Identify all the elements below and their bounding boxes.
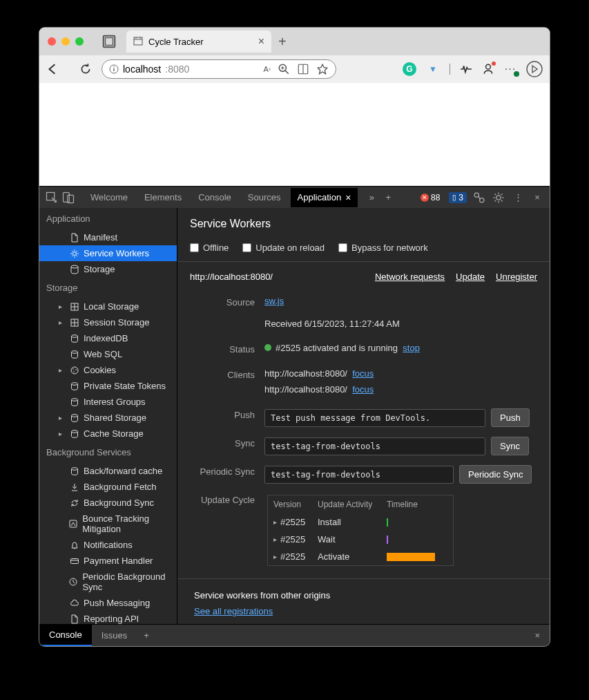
expand-arrow-icon: ▸ bbox=[59, 303, 66, 310]
address-bar[interactable]: localhost:8080 A› bbox=[102, 59, 336, 79]
svg-point-24 bbox=[73, 252, 77, 255]
tab-console[interactable]: Console bbox=[191, 188, 238, 207]
tab-sources[interactable]: Sources bbox=[241, 188, 288, 207]
push-button[interactable]: Push bbox=[491, 408, 530, 427]
profile-icon[interactable] bbox=[482, 63, 494, 75]
sidebar-item-notifications[interactable]: Notifications bbox=[39, 537, 177, 553]
unregister-link[interactable]: Unregister bbox=[496, 272, 537, 282]
expand-arrow-icon[interactable]: ▸ bbox=[273, 536, 280, 543]
sidebar-item-label: Shared Storage bbox=[84, 413, 146, 423]
focus-link[interactable]: focus bbox=[352, 368, 374, 379]
see-all-registrations-link[interactable]: See all registrations bbox=[194, 606, 273, 616]
sidebar-item-back-forward-cache[interactable]: Back/forward cache bbox=[39, 463, 177, 479]
favorites-icon[interactable] bbox=[316, 63, 329, 75]
close-devtools-icon[interactable]: × bbox=[530, 191, 544, 205]
maximize-window-button[interactable] bbox=[75, 37, 84, 46]
sidebar-item-periodic-background-sync[interactable]: Periodic Background Sync bbox=[39, 569, 177, 595]
settings-link-icon[interactable] bbox=[472, 191, 486, 205]
sidebar-item-cache-storage[interactable]: ▸Cache Storage bbox=[39, 426, 177, 442]
back-button[interactable] bbox=[46, 63, 59, 75]
expand-arrow-icon[interactable]: ▸ bbox=[273, 553, 280, 560]
extension-icon[interactable]: ▼ bbox=[426, 62, 440, 76]
expand-arrow-icon[interactable]: ▸ bbox=[273, 518, 280, 526]
more-tabs-icon[interactable]: » bbox=[365, 191, 378, 205]
kebab-icon[interactable]: ⋮ bbox=[511, 191, 525, 205]
focus-link[interactable]: focus bbox=[352, 384, 374, 395]
tab-welcome[interactable]: Welcome bbox=[84, 188, 135, 207]
text-size-icon[interactable]: A› bbox=[264, 63, 271, 75]
sidebar-item-bounce-tracking-mitigation[interactable]: Bounce Tracking Mitigation bbox=[39, 511, 177, 537]
add-tab-icon[interactable]: + bbox=[381, 191, 395, 205]
close-window-button[interactable] bbox=[48, 37, 56, 46]
sidebar-item-label: Payment Handler bbox=[84, 556, 153, 566]
extension-grammarly-icon[interactable]: G bbox=[403, 62, 416, 76]
reader-icon[interactable] bbox=[297, 63, 309, 75]
sidebar-item-interest-groups[interactable]: Interest Groups bbox=[39, 394, 177, 410]
tab-application-label: Application bbox=[298, 192, 342, 202]
zoom-icon[interactable] bbox=[278, 63, 290, 75]
error-badge[interactable]: ✕88 bbox=[417, 192, 443, 203]
message-badge[interactable]: ▯3 bbox=[449, 192, 467, 203]
tabs-overview-icon[interactable] bbox=[102, 34, 117, 49]
issues-tab[interactable]: Issues bbox=[92, 625, 137, 645]
sidebar-item-local-storage[interactable]: ▸Local Storage bbox=[39, 299, 177, 314]
update-link[interactable]: Update bbox=[456, 272, 485, 282]
sidebar-item-payment-handler[interactable]: Payment Handler bbox=[39, 553, 177, 569]
site-info-icon[interactable] bbox=[109, 64, 119, 74]
bypass-checkbox[interactable]: Bypass for network bbox=[338, 243, 428, 253]
periodic-sync-button[interactable]: Periodic Sync bbox=[459, 465, 532, 484]
svg-point-32 bbox=[72, 334, 78, 337]
network-requests-link[interactable]: Network requests bbox=[375, 272, 445, 282]
new-tab-button[interactable]: + bbox=[278, 34, 287, 50]
reload-button[interactable] bbox=[79, 63, 92, 75]
update-cycle-label: Update Cycle bbox=[190, 493, 264, 505]
periodic-sync-input[interactable] bbox=[264, 466, 454, 484]
sw-options: Offline Update on reload Bypass for netw… bbox=[177, 240, 550, 262]
sidebar-item-push-messaging[interactable]: Push Messaging bbox=[39, 595, 177, 611]
cycle-activity: Install bbox=[318, 517, 387, 527]
sidebar-item-reporting-api[interactable]: Reporting API bbox=[39, 611, 177, 624]
browser-tab[interactable]: Cycle Tracker × bbox=[126, 30, 271, 53]
sync-button[interactable]: Sync bbox=[491, 437, 529, 455]
tab-elements[interactable]: Elements bbox=[137, 188, 189, 207]
source-file-link[interactable]: sw.js bbox=[264, 296, 284, 306]
svg-point-23 bbox=[496, 195, 501, 199]
sidebar-item-storage[interactable]: Storage bbox=[39, 261, 177, 277]
gear-icon[interactable] bbox=[492, 191, 505, 205]
sidebar-item-service-workers[interactable]: Service Workers bbox=[39, 245, 177, 261]
tab-application[interactable]: Application× bbox=[291, 188, 358, 207]
minimize-window-button[interactable] bbox=[61, 37, 70, 46]
close-tab-button[interactable]: × bbox=[258, 35, 264, 48]
sidebar-item-web-sql[interactable]: Web SQL bbox=[39, 346, 177, 362]
console-tab[interactable]: Console bbox=[39, 625, 92, 646]
close-tab-icon[interactable]: × bbox=[345, 192, 351, 203]
offline-checkbox[interactable]: Offline bbox=[190, 243, 229, 253]
sidebar-item-label: Bounce Tracking Mitigation bbox=[82, 513, 171, 534]
sidebar-item-private-state-tokens[interactable]: Private State Tokens bbox=[39, 378, 177, 394]
sidebar-item-shared-storage[interactable]: ▸Shared Storage bbox=[39, 410, 177, 426]
cycle-activity: Activate bbox=[318, 551, 387, 562]
sidebar-item-indexeddb[interactable]: IndexedDB bbox=[39, 330, 177, 346]
sw-origin-row: http://localhost:8080/ Network requests … bbox=[177, 262, 550, 292]
devtools-tabs: Welcome Elements Console Sources Applica… bbox=[39, 186, 550, 208]
inspect-icon[interactable] bbox=[45, 191, 59, 205]
update-reload-checkbox[interactable]: Update on reload bbox=[242, 243, 325, 253]
extension-heartbeat-icon[interactable] bbox=[460, 63, 472, 75]
push-input[interactable] bbox=[264, 409, 485, 427]
sidebar-toggle-icon[interactable] bbox=[526, 61, 543, 77]
more-icon[interactable]: ··· bbox=[504, 63, 516, 75]
sidebar-item-background-sync[interactable]: Background Sync bbox=[39, 495, 177, 511]
stop-link[interactable]: stop bbox=[403, 343, 420, 353]
sidebar-item-cookies[interactable]: ▸Cookies bbox=[39, 362, 177, 378]
sidebar-item-background-fetch[interactable]: Background Fetch bbox=[39, 479, 177, 495]
add-drawer-tab-icon[interactable]: + bbox=[137, 630, 156, 641]
close-drawer-icon[interactable]: × bbox=[525, 630, 550, 641]
cycle-timeline bbox=[387, 553, 447, 561]
sidebar-section-header: Storage bbox=[39, 277, 177, 299]
sync-input[interactable] bbox=[264, 437, 485, 455]
device-icon[interactable] bbox=[61, 191, 75, 205]
sidebar-item-session-storage[interactable]: ▸Session Storage bbox=[39, 314, 177, 330]
sidebar-item-manifest[interactable]: Manifest bbox=[39, 229, 177, 245]
sync-label: Sync bbox=[190, 437, 264, 448]
tabstrip: Cycle Tracker × + bbox=[102, 30, 287, 53]
